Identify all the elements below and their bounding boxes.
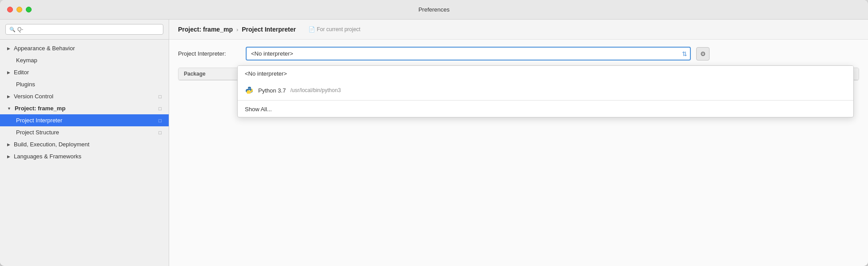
for-current-project-icon: 📄 [308, 26, 315, 32]
dropdown-item-label: <No interpreter> [245, 70, 287, 77]
sidebar-item-label: Version Control [14, 93, 53, 100]
sidebar-item-label: Project: frame_mp [15, 105, 65, 112]
interpreter-label: Project Interpreter: [178, 50, 240, 57]
dropdown-divider [238, 100, 853, 101]
sidebar-item-project-structure[interactable]: Project Structure □ [0, 126, 169, 138]
sidebar-item-languages-frameworks[interactable]: ▶ Languages & Frameworks [0, 150, 169, 162]
dropdown-item-label: Show All... [245, 106, 272, 113]
right-panel: Project: frame_mp › Project Interpreter … [169, 20, 868, 266]
sidebar-item-label: Editor [14, 69, 29, 76]
minimize-button[interactable] [16, 7, 22, 12]
sidebar-item-label: Project Structure [16, 129, 59, 136]
sidebar-item-label: Build, Execution, Deployment [14, 141, 89, 148]
search-wrapper[interactable]: 🔍 [5, 24, 163, 35]
sidebar: 🔍 ▶ Appearance & Behavior Keymap ▶ Edit [0, 20, 169, 266]
sidebar-item-project-interpreter[interactable]: Project Interpreter □ [0, 114, 169, 126]
chevron-down-icon: ▼ [7, 106, 11, 111]
interpreter-dropdown: <No interpreter> Python 3.7 /usr/local/b… [237, 65, 854, 117]
chevron-right-icon: ▶ [7, 46, 10, 51]
python-path: /usr/local/bin/python3 [290, 87, 341, 93]
sidebar-item-label: Appearance & Behavior [14, 45, 75, 52]
sidebar-item-version-control[interactable]: ▶ Version Control □ [0, 90, 169, 102]
dropdown-item-python37[interactable]: Python 3.7 /usr/local/bin/python3 [238, 81, 853, 99]
titlebar: Preferences [0, 0, 868, 20]
interpreter-select[interactable] [246, 47, 691, 60]
chevron-right-icon: ▶ [7, 94, 10, 99]
copy-icon: □ [158, 118, 162, 123]
search-icon: 🔍 [9, 27, 16, 32]
gear-icon: ⚙ [700, 50, 706, 57]
search-bar: 🔍 [0, 20, 169, 40]
chevron-right-icon: ▶ [7, 154, 10, 159]
panel-body: Project Interpreter: ⇅ ⚙ Package [169, 40, 868, 266]
dropdown-item-show-all[interactable]: Show All... [238, 101, 853, 117]
python-name: Python 3.7 [258, 87, 286, 94]
search-input[interactable] [17, 26, 159, 32]
copy-icon: □ [158, 94, 162, 99]
window-controls [7, 7, 32, 12]
breadcrumb-page: Project Interpreter [242, 26, 296, 33]
sidebar-item-label: Project Interpreter [16, 117, 62, 124]
sidebar-item-label: Keymap [16, 57, 37, 64]
chevron-right-icon: ▶ [7, 70, 10, 75]
interpreter-row: Project Interpreter: ⇅ ⚙ [178, 47, 859, 60]
sidebar-item-project-frame-mp[interactable]: ▼ Project: frame_mp □ [0, 102, 169, 114]
sidebar-item-editor[interactable]: ▶ Editor [0, 66, 169, 78]
gear-button[interactable]: ⚙ [696, 47, 710, 60]
sidebar-item-plugins[interactable]: Plugins [0, 78, 169, 90]
panel-header: Project: frame_mp › Project Interpreter … [169, 20, 868, 40]
breadcrumb-separator: › [236, 26, 238, 33]
for-current-project: 📄 For current project [308, 26, 361, 32]
interpreter-select-wrapper: ⇅ [246, 47, 691, 60]
sidebar-navigation: ▶ Appearance & Behavior Keymap ▶ Editor … [0, 40, 169, 266]
package-column-header: Package [184, 71, 206, 77]
breadcrumb-project: Project: frame_mp [178, 26, 233, 33]
window-title: Preferences [418, 6, 450, 13]
copy-icon: □ [158, 130, 162, 135]
sidebar-item-keymap[interactable]: Keymap [0, 54, 169, 66]
copy-icon: □ [158, 106, 162, 111]
close-button[interactable] [7, 7, 13, 12]
sidebar-item-build-execution[interactable]: ▶ Build, Execution, Deployment [0, 138, 169, 150]
for-current-project-label: For current project [317, 26, 361, 32]
maximize-button[interactable] [26, 7, 32, 12]
sidebar-item-appearance-behavior[interactable]: ▶ Appearance & Behavior [0, 42, 169, 54]
dropdown-item-no-interpreter[interactable]: <No interpreter> [238, 66, 853, 81]
python-icon [245, 86, 254, 95]
chevron-right-icon: ▶ [7, 142, 10, 147]
sidebar-item-label: Plugins [16, 81, 35, 88]
sidebar-item-label: Languages & Frameworks [14, 153, 81, 160]
main-content: 🔍 ▶ Appearance & Behavior Keymap ▶ Edit [0, 20, 868, 266]
preferences-window: Preferences 🔍 ▶ Appearance & Behavior Ke [0, 0, 868, 266]
